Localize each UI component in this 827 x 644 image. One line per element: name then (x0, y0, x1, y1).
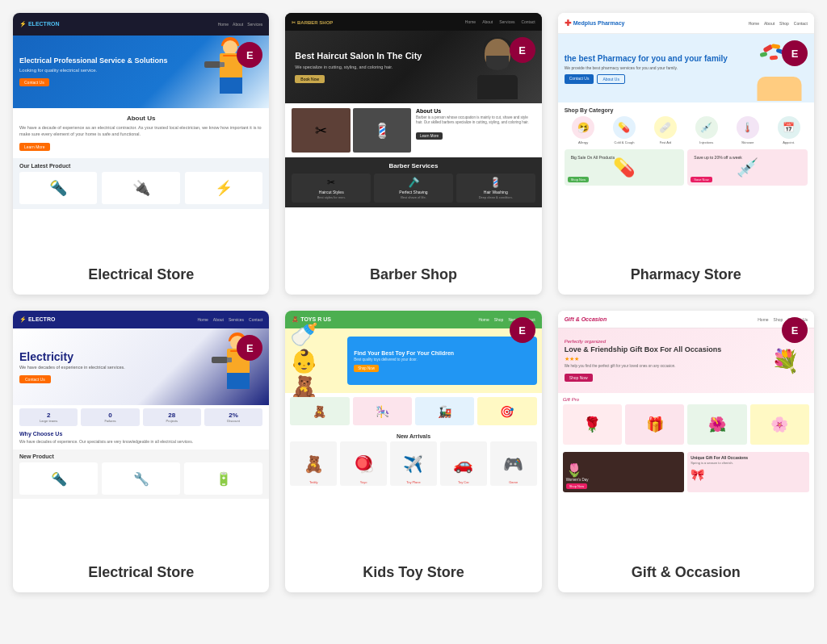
ps-cat-injection-icon: 💉 (695, 116, 718, 139)
go-products: Gift Pro 🌹 🎁 🌺 🌸 (558, 393, 814, 449)
es2-stat-label-1: Large teams (23, 419, 74, 423)
kt-cta-btn[interactable]: Shop Now (354, 365, 379, 372)
es2-hero: Electricity We have decades of experienc… (13, 328, 269, 405)
bs-about-img-2: 💈 (353, 108, 411, 153)
kt-cta-sub: Best quality toys delivered to your door… (354, 358, 530, 362)
ps-promo-text-2: Save up to 20% off a week (691, 152, 804, 163)
es2-hero-btn[interactable]: Contact Us (19, 375, 51, 383)
go-product-3: 🌺 (687, 404, 746, 445)
card-label-pharmacy-store: Pharmacy Store (558, 255, 814, 295)
ps-promo-1: 💊 Big Sale On All Products Shop Now (565, 149, 685, 186)
es2-stat-num-3: 28 (146, 412, 198, 419)
card-barber-shop[interactable]: ✂ BARBER SHOP HomeAboutServicesContact B… (285, 13, 541, 295)
ps-logo-text: Medplus Pharmacy (573, 20, 625, 26)
bs-logo: ✂ BARBER SHOP (292, 19, 333, 25)
go-hero-desc: We help you find the perfect gift for yo… (565, 364, 758, 368)
bs-service-icon-3: 💈 (460, 177, 532, 188)
ps-btn-secondary[interactable]: About Us (597, 74, 625, 84)
ps-cat-cold-name: Cold & Cough (606, 140, 644, 144)
es1-about-title: About Us (19, 115, 262, 122)
es2-stat-4: 2% Discount (204, 408, 262, 426)
es1-about: About Us We have a decade of experience … (13, 108, 269, 158)
es2-stats: 2 Large teams 0 Failures 28 Projects 2% … (13, 408, 269, 426)
ps-promo-2: 💉 Save up to 20% off a week Save Now (687, 149, 808, 186)
ps-categories: Shop By Category 🤧 Allergy 💊 Cold & Coug… (558, 102, 814, 149)
ps-promo-btn-2[interactable]: Save Now (691, 177, 712, 182)
bs-about-title: About Us (416, 108, 535, 114)
es2-about: Why Choose Us We have decades of experie… (13, 426, 269, 450)
bs-services-row: ✂ Haircut Styles Best styles for men. 🪒 … (292, 174, 535, 203)
go-bottom-unique-gift: Unique Gift For All Occasions Spring is … (687, 452, 809, 492)
card-kids-toy-store[interactable]: 🧸 TOYS R US HomeShopNewContact 🍼👶🧸 Find … (285, 311, 541, 592)
go-hero-btn[interactable]: Shop Now (565, 374, 593, 382)
kt-hero: 🍼👶🧸 Find Your Best Toy For Your Children… (285, 328, 541, 393)
bs-header: ✂ BARBER SHOP HomeAboutServicesContact (285, 13, 541, 31)
es2-products-title: New Product (19, 454, 262, 459)
go-hero: Perfectly organized Love & Friendship Gi… (558, 328, 814, 393)
es2-logo: ⚡ ELECTRO (19, 316, 55, 323)
card-label-gift-occasion: Gift & Occasion (558, 553, 814, 592)
bs-about-img-1: ✂ (292, 108, 350, 153)
es1-product-1: 🔦 (19, 172, 97, 204)
elementor-badge-2[interactable]: E (510, 37, 535, 63)
es2-product-2: 🔧 (102, 462, 180, 495)
bs-about: ✂ 💈 About Us Barber is a person whose oc… (285, 103, 541, 157)
bs-service-desc-1: Best styles for men. (295, 195, 367, 199)
ps-promo-btn-1[interactable]: Shop Now (568, 177, 589, 182)
es1-hero: Electrical Professional Service & Soluti… (13, 36, 269, 108)
es2-stat-num-2: 0 (84, 412, 136, 419)
kt-cat-2: 🎠 (353, 397, 412, 425)
es2-stat-num-1: 2 (23, 412, 74, 419)
kt-price-4: Toy Car (440, 480, 487, 484)
ps-cat-injection: 💉 Injections (687, 116, 725, 144)
card-label-barber-shop: Barber Shop (285, 255, 541, 295)
elementor-badge-6[interactable]: E (782, 317, 808, 343)
card-gift-occasion[interactable]: Gift & Occasion HomeShopContact Us Perfe… (558, 311, 814, 592)
ps-promo-text-1: Big Sale On All Products (568, 152, 682, 163)
go-products-title: Gift Pro (563, 397, 809, 402)
ps-cat-appointment-name: Appoint. (770, 140, 808, 144)
ps-cat-skincare: 🌡️ Skincare (728, 116, 766, 144)
es2-stat-num-4: 2% (208, 412, 259, 419)
kt-price-3: Toy Plane (390, 480, 437, 484)
card-pharmacy-store[interactable]: ✚ Medplus Pharmacy HomeAboutShopContact … (558, 13, 814, 295)
es1-about-btn[interactable]: Learn More (19, 143, 50, 151)
es2-stat-label-2: Failures (84, 419, 136, 423)
es2-stat-3: 28 Projects (143, 408, 201, 426)
kt-cat-1: 🧸 (290, 397, 349, 425)
kt-cat-3: 🚂 (415, 397, 474, 425)
kt-hero-img: 🍼👶🧸 (290, 335, 342, 387)
es1-header: ⚡ ELECTRON Home About Services (13, 13, 269, 36)
ps-btn-primary[interactable]: Contact Us (565, 74, 594, 84)
ps-header: ✚ Medplus Pharmacy HomeAboutShopContact (558, 13, 814, 34)
go-hero-stars: ★★★ (565, 356, 758, 362)
bs-about-btn[interactable]: Learn More (416, 132, 443, 140)
es2-stat-label-4: Discount (208, 419, 259, 423)
card-preview-gift-occasion: Gift & Occasion HomeShopContact Us Perfe… (558, 311, 814, 553)
card-electrical-store-2[interactable]: ⚡ ELECTRO HomeAboutServicesContact Elect… (13, 311, 269, 592)
card-preview-barber-shop: ✂ BARBER SHOP HomeAboutServicesContact B… (285, 13, 541, 255)
bs-service-desc-2: Best shave of life. (377, 195, 450, 199)
bs-service-name-2: Perfect Shaving (377, 190, 450, 194)
go-hero-title: Love & Friendship Gift Box For All Occas… (565, 345, 758, 355)
es1-product-3: ⚡ (185, 172, 262, 204)
bs-hero-title: Best Haircut Salon In The City (295, 50, 422, 61)
go-product-2: 🎁 (625, 404, 684, 445)
go-bottom-btn[interactable]: Shop Now (566, 483, 587, 489)
es2-stat-2: 0 Failures (81, 408, 139, 426)
ps-hero-sub: We provide the best pharmacy services fo… (565, 65, 751, 70)
bs-hero-btn[interactable]: Book Now (295, 75, 325, 83)
elementor-badge-5[interactable]: E (510, 317, 535, 343)
es2-header: ⚡ ELECTRO HomeAboutServicesContact (13, 311, 269, 328)
es1-hero-btn[interactable]: Contact Us (19, 78, 49, 86)
ps-cat-bandage: 🩹 First Aid (646, 116, 684, 144)
bs-nav: HomeAboutServicesContact (465, 19, 535, 24)
go-bottom-right-sub: Spring is a season to cherish. (691, 461, 806, 465)
kt-new-arrivals: New Arrivals 🧸 Teddy 🪀 Yoyo ✈️ Toy Pla (285, 429, 541, 490)
card-electrical-store-1[interactable]: ⚡ ELECTRON Home About Services Electrica… (13, 13, 269, 295)
kt-new-4: 🚗 Toy Car (440, 441, 487, 486)
kt-new-3: ✈️ Toy Plane (390, 441, 437, 486)
go-bottom-womens-day: 🌷 Women's Day Shop Now (563, 452, 685, 492)
elementor-badge-3[interactable]: E (782, 40, 808, 66)
kt-new-2: 🪀 Yoyo (340, 441, 387, 486)
